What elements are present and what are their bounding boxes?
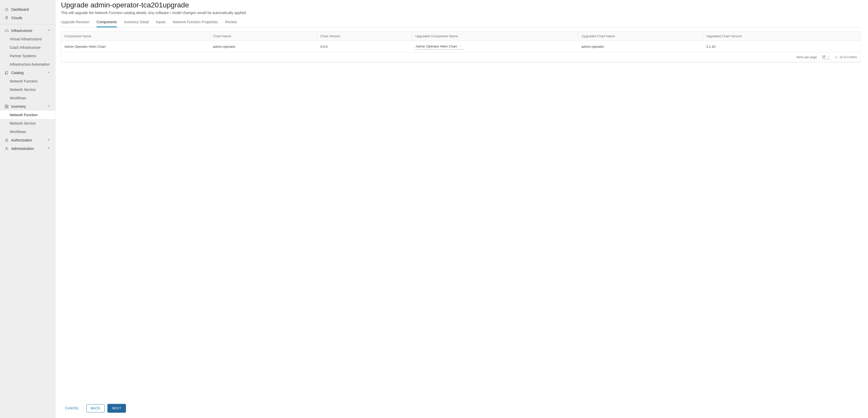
sidebar-item-inventory-network-function[interactable]: Network Function xyxy=(0,111,55,119)
sidebar-item-label: Network Function xyxy=(10,79,37,83)
sidebar-group-catalog[interactable]: Catalog xyxy=(0,68,55,77)
chevron-right-icon xyxy=(47,146,51,151)
sidebar: Dashboard Clouds Infrastructure Virtual … xyxy=(0,0,55,418)
tab-bar: Upgrade Revision Components Inventory De… xyxy=(61,19,861,27)
sidebar-item-inventory-network-service[interactable]: Network Service xyxy=(0,119,55,127)
items-per-page-select[interactable]: 10 xyxy=(822,55,831,59)
cell-upgraded-chart-version: 3.1.10 xyxy=(703,41,861,52)
sidebar-item-label: Workflows xyxy=(10,130,26,134)
col-header-upgraded-chart-name[interactable]: Upgraded Chart Name xyxy=(579,32,703,41)
dashboard-icon xyxy=(5,7,9,11)
page-title: Upgrade admin-operator-tca201upgrade xyxy=(61,1,861,9)
sidebar-group-infrastructure[interactable]: Infrastructure xyxy=(0,26,55,35)
sidebar-item-label: Virtual Infrastructure xyxy=(10,37,42,41)
cloud-icon xyxy=(5,29,9,33)
tab-review[interactable]: Review xyxy=(225,19,237,27)
sidebar-item-label: Workflows xyxy=(10,96,26,100)
sidebar-group-label: Administration xyxy=(11,147,34,151)
pagination-row: Items per page 10 1 - 10 of 0 items xyxy=(61,52,861,62)
sidebar-divider xyxy=(0,24,55,24)
svg-point-1 xyxy=(6,17,7,18)
col-header-chart-name[interactable]: Chart Name xyxy=(210,32,317,41)
chevron-down-icon xyxy=(827,55,830,58)
cell-chart-name: admin-operator xyxy=(210,41,317,52)
sidebar-item-catalog-workflows[interactable]: Workflows xyxy=(0,94,55,102)
sidebar-item-label: Network Function xyxy=(10,113,37,117)
sidebar-item-label: Clouds xyxy=(11,16,23,20)
sidebar-item-label: Partner Systems xyxy=(10,54,36,58)
sidebar-item-dashboard[interactable]: Dashboard xyxy=(0,5,55,13)
chevron-down-icon xyxy=(47,70,51,75)
svg-point-0 xyxy=(5,8,8,11)
sidebar-group-authorization[interactable]: Authorization xyxy=(0,136,55,144)
cell-chart-version: 3.0.6 xyxy=(317,41,412,52)
svg-rect-4 xyxy=(7,105,8,106)
tab-nf-properties[interactable]: Network Function Properties xyxy=(173,19,218,27)
sidebar-item-partner-systems[interactable]: Partner Systems xyxy=(0,52,55,60)
sidebar-item-label: Infrastructure Automation xyxy=(10,62,50,66)
col-header-chart-version[interactable]: Chart Version xyxy=(317,32,412,41)
sidebar-group-label: Catalog xyxy=(11,71,24,75)
tab-components[interactable]: Components xyxy=(96,19,117,27)
table-header-row: Component Name Chart Name Chart Version … xyxy=(61,32,861,41)
sidebar-item-inventory-workflows[interactable]: Workflows xyxy=(0,127,55,136)
components-table: Component Name Chart Name Chart Version … xyxy=(61,31,861,62)
sidebar-item-catalog-network-function[interactable]: Network Function xyxy=(0,77,55,85)
col-header-upgraded-component-name[interactable]: Upgraded Component Name xyxy=(412,32,578,41)
select-value: Admin Operator Helm Chart xyxy=(415,44,457,48)
sidebar-group-label: Inventory xyxy=(11,104,26,109)
svg-rect-7 xyxy=(5,140,8,142)
sidebar-group-label: Authorization xyxy=(11,138,32,142)
sidebar-group-administration[interactable]: Administration xyxy=(0,144,55,153)
cancel-button[interactable]: CANCEL xyxy=(61,405,84,412)
tab-inventory-detail[interactable]: Inventory Detail xyxy=(124,19,149,27)
svg-point-8 xyxy=(6,147,7,148)
pagination-range: 1 - 10 of 0 items xyxy=(835,55,857,59)
svg-rect-6 xyxy=(7,107,8,108)
user-icon xyxy=(5,147,9,151)
sidebar-group-label: Infrastructure xyxy=(11,29,32,33)
svg-rect-3 xyxy=(5,105,6,106)
back-button[interactable]: BACK xyxy=(87,404,105,412)
svg-rect-2 xyxy=(6,71,8,73)
grid-icon xyxy=(5,104,9,109)
cell-component-name: Admin Operator Helm Chart xyxy=(61,41,210,52)
sidebar-item-virtual-infrastructure[interactable]: Virtual Infrastructure xyxy=(0,35,55,43)
chevron-right-icon xyxy=(47,138,51,142)
sidebar-item-catalog-network-service[interactable]: Network Service xyxy=(0,85,55,94)
col-header-upgraded-chart-version[interactable]: Upgraded Chart Version xyxy=(703,32,861,41)
sidebar-item-clouds[interactable]: Clouds xyxy=(0,13,55,22)
tab-upgrade-revision[interactable]: Upgrade Revision xyxy=(61,19,89,27)
tab-inputs[interactable]: Inputs xyxy=(156,19,166,27)
svg-rect-5 xyxy=(5,107,6,108)
lock-icon xyxy=(5,138,9,142)
sidebar-item-label: CaaS Infrastructure xyxy=(10,46,40,50)
sidebar-item-label: Network Service xyxy=(10,88,36,92)
sidebar-item-label: Network Service xyxy=(10,121,36,125)
wizard-footer: CANCEL BACK NEXT xyxy=(55,400,868,418)
sidebar-item-infrastructure-automation[interactable]: Infrastructure Automation xyxy=(0,60,55,68)
upgraded-component-select[interactable]: Admin Operator Helm Chart xyxy=(415,43,463,50)
col-header-component-name[interactable]: Component Name xyxy=(61,32,210,41)
chevron-down-icon xyxy=(47,104,51,109)
sidebar-group-inventory[interactable]: Inventory xyxy=(0,102,55,111)
chevron-down-icon xyxy=(47,28,51,33)
items-per-page-value: 10 xyxy=(822,55,825,58)
sidebar-item-caas-infrastructure[interactable]: CaaS Infrastructure xyxy=(0,43,55,52)
catalog-icon xyxy=(5,71,9,75)
chevron-down-icon xyxy=(459,44,462,48)
page-subtitle: This will upgrade the Network Function c… xyxy=(61,11,861,15)
items-per-page-label: Items per page xyxy=(797,55,817,59)
cell-upgraded-chart-name: admin-operator xyxy=(579,41,703,52)
table-row: Admin Operator Helm Chart admin-operator… xyxy=(61,41,861,52)
sidebar-item-label: Dashboard xyxy=(11,7,29,11)
next-button[interactable]: NEXT xyxy=(108,404,126,412)
pin-icon xyxy=(5,16,9,20)
